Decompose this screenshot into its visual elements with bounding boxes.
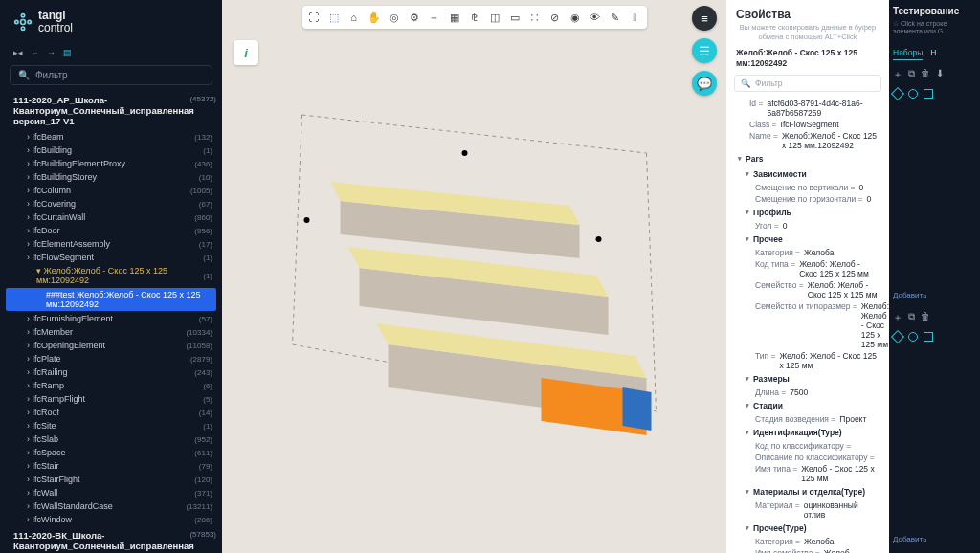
tree-row[interactable]: › IfcMember(10334) (0, 325, 222, 339)
property-row: Стадия возведения = Проект (732, 413, 883, 425)
property-group[interactable]: ▾Прочее(Type) (732, 520, 883, 536)
tree-row[interactable]: › IfcFlowSegment(1) (0, 251, 222, 264)
layers-icon[interactable]: ▤ (63, 48, 72, 57)
tree-row[interactable]: › IfcColumn(1005) (0, 184, 222, 197)
add-icon[interactable]: ＋ (893, 311, 902, 324)
tool-cube-icon[interactable]: ⬚ (324, 8, 344, 27)
tree-row[interactable]: › IfcRailing(243) (0, 365, 222, 379)
property-group[interactable]: ▾Зависимости (732, 166, 883, 182)
shape-hex-icon[interactable] (891, 330, 904, 343)
delete-icon[interactable]: 🗑 (921, 68, 930, 81)
tool-target-icon[interactable]: ◎ (385, 8, 404, 27)
tree-row[interactable]: › IfcStairFlight(120) (0, 473, 222, 486)
property-row: Смещение по горизонтали = 0 (732, 193, 883, 205)
tree-row[interactable]: › IfcBuildingElementProxy(436) (0, 157, 222, 170)
tree-row[interactable]: › IfcBuildingStorey(10) (0, 170, 222, 184)
property-group[interactable]: ▾Стадии (732, 398, 883, 413)
tool-section-icon[interactable]: ◫ (485, 8, 504, 27)
tree-row[interactable]: › IfcOpeningElement(11058) (0, 339, 222, 352)
tree-row[interactable]: › IfcPlate(2879) (0, 352, 222, 365)
property-group[interactable]: ▾Профиль (732, 205, 883, 220)
delete-icon[interactable]: 🗑 (921, 311, 930, 324)
add-icon[interactable]: ＋ (893, 68, 902, 81)
property-row: Материал = оцинкованный отлив (732, 499, 883, 520)
tree-row[interactable]: › IfcRampFlight(5) (0, 392, 222, 406)
add-link[interactable]: Добавить (893, 287, 976, 303)
svg-marker-17 (623, 387, 652, 431)
tree-row[interactable]: › IfcSlab(952) (0, 432, 222, 446)
tree-filter[interactable]: 🔍 Фильтр (10, 65, 212, 85)
tree-row[interactable]: 111-2020-ВК_Школа-Кванториум_Солнечный_и… (0, 526, 222, 553)
tree-row[interactable]: ###test Желоб:Желоб - Скос 125 x 125 мм:… (6, 288, 216, 311)
fab-menu-icon[interactable]: ≡ (692, 6, 717, 31)
property-row: Class = IfcFlowSegment (732, 119, 883, 130)
tree-row[interactable]: ▾ Желоб:Желоб - Скос 125 x 125 мм:120924… (0, 264, 222, 287)
copy-icon[interactable]: ⧉ (908, 68, 915, 81)
info-button[interactable]: i (234, 40, 258, 65)
shape-hex-icon[interactable] (891, 87, 904, 100)
model-tree[interactable]: 111-2020_АР_Школа-Кванториум_Солнечный_и… (0, 91, 222, 553)
tree-row[interactable]: › IfcSite(1) (0, 419, 222, 432)
tree-row[interactable]: › IfcFurnishingElement(57) (0, 312, 222, 325)
tool-pencil-icon[interactable]: ✎ (606, 8, 625, 27)
tree-row[interactable]: › IfcWindow(206) (0, 513, 222, 526)
left-toolbar: ▸◂ ← → ▤ (0, 44, 222, 65)
tree-row[interactable]: › IfcRoof(14) (0, 406, 222, 419)
fab-chat-icon[interactable]: 💬 (692, 71, 717, 96)
tree-row[interactable]: › IfcBeam(132) (0, 130, 222, 144)
tree-row[interactable]: › IfcCovering(67) (0, 197, 222, 210)
tool-plus-icon[interactable]: ＋ (425, 8, 444, 27)
testing-hint: ☆ Click на строке элемента или G (893, 20, 976, 36)
left-sidebar: tanglcontrol ▸◂ ← → ▤ 🔍 Фильтр 111-2020_… (0, 0, 222, 553)
tool-person-icon[interactable]: 𓀟 (626, 8, 645, 27)
property-group[interactable]: ▾Размеры (732, 371, 883, 387)
viewport[interactable]: ⛶ ⬚ ⌂ ✋ ◎ ⚙ ＋ ▦ ⅊ ◫ ▭ ⸬ ⊘ ◉ 👁 ✎ 𓀟 i ≡ ☰ … (222, 0, 726, 553)
tree-row[interactable]: › IfcCurtainWall(860) (0, 210, 222, 224)
tool-hand-icon[interactable]: ✋ (365, 8, 384, 27)
add-link-2[interactable]: Добавить (893, 531, 976, 547)
shape-square-icon[interactable] (924, 332, 933, 342)
tool-tree-icon[interactable]: ⅊ (465, 8, 484, 27)
property-row: Угол = 0 (732, 220, 883, 232)
tree-row[interactable]: › IfcRamp(6) (0, 379, 222, 392)
fab-list-icon[interactable]: ☰ (692, 38, 717, 63)
tool-gear-icon[interactable]: ⚙ (405, 8, 424, 27)
tab-other[interactable]: Н (930, 48, 936, 60)
property-group[interactable]: ▾Pars (732, 151, 883, 166)
tool-show-icon[interactable]: ◉ (566, 8, 585, 27)
forward-icon[interactable]: → (47, 48, 56, 57)
tree-row[interactable]: › IfcElementAssembly(17) (0, 237, 222, 251)
tool-crop-icon[interactable]: ⸬ (525, 8, 545, 27)
tree-row[interactable]: › IfcWall(371) (0, 486, 222, 499)
testing-toolbar: ＋ ⧉ 🗑 ⬇ (893, 68, 976, 81)
tab-sets[interactable]: Наборы (893, 48, 923, 60)
property-group[interactable]: ▾Прочее (732, 232, 883, 247)
tool-home-icon[interactable]: ⌂ (345, 8, 364, 27)
properties-body[interactable]: Id = afcf6d03-8791-4d4c-81a6-5a87b658725… (726, 98, 889, 553)
tree-row[interactable]: › IfcWallStandardCase(13211) (0, 499, 222, 513)
tool-select-icon[interactable]: ▭ (505, 8, 524, 27)
properties-panel: Свойства Вы можете скопировать данные в … (726, 0, 889, 553)
tree-row[interactable]: › IfcSpace(611) (0, 446, 222, 459)
tree-row[interactable]: › IfcDoor(856) (0, 224, 222, 237)
property-group[interactable]: ▾Материалы и отделка(Type) (732, 484, 883, 499)
filter-placeholder: Фильтр (35, 70, 68, 80)
collapse-icon[interactable]: ▸◂ (13, 48, 23, 57)
property-group[interactable]: ▾Идентификация(Type) (732, 425, 883, 440)
properties-hint: Вы можете скопировать данные в буфер обм… (726, 23, 889, 48)
tool-hide-icon[interactable]: ⊘ (546, 8, 565, 27)
tool-eye-icon[interactable]: 👁 (586, 8, 605, 27)
app-sub: control (38, 21, 73, 34)
shape-circle-icon[interactable] (908, 332, 918, 342)
download-icon[interactable]: ⬇ (936, 68, 944, 81)
tree-row[interactable]: 111-2020_АР_Школа-Кванториум_Солнечный_и… (0, 91, 222, 130)
back-icon[interactable]: ← (31, 48, 39, 57)
shape-square-icon[interactable] (924, 89, 933, 99)
tool-expand-icon[interactable]: ⛶ (304, 8, 323, 27)
shape-circle-icon[interactable] (908, 89, 918, 99)
properties-filter[interactable]: 🔍 Фильтр (734, 75, 881, 92)
tree-row[interactable]: › IfcBuilding(1) (0, 144, 222, 157)
tree-row[interactable]: › IfcStair(79) (0, 459, 222, 473)
tool-grid-icon[interactable]: ▦ (445, 8, 464, 27)
copy-icon[interactable]: ⧉ (908, 311, 915, 324)
